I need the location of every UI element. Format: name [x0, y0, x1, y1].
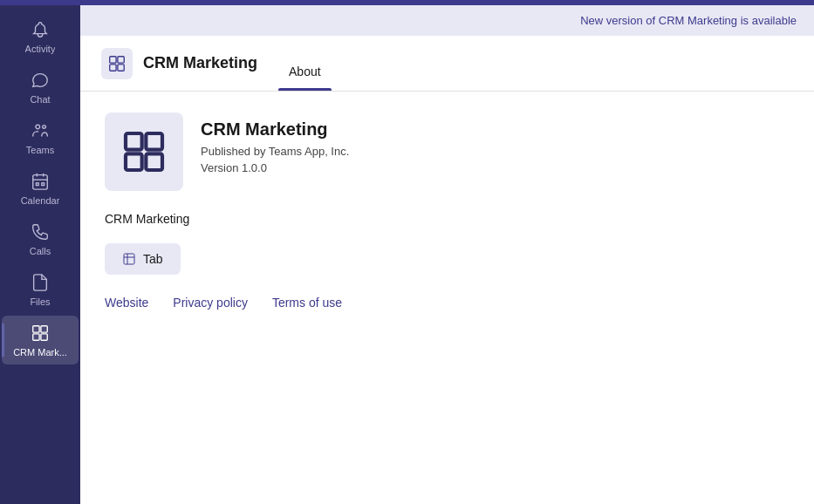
svg-rect-14 [110, 64, 116, 70]
sidebar-item-files[interactable]: Files [2, 265, 79, 314]
svg-point-1 [43, 126, 46, 129]
app-info-publisher: Published by Teams App, Inc. [201, 145, 349, 158]
bell-icon [30, 19, 51, 40]
svg-rect-15 [118, 64, 124, 70]
svg-rect-18 [126, 153, 142, 170]
sidebar-item-calls[interactable]: Calls [2, 215, 79, 263]
sidebar-item-activity-label: Activity [25, 44, 56, 54]
svg-rect-13 [118, 56, 124, 62]
sidebar-item-activity[interactable]: Activity [2, 12, 79, 61]
svg-rect-7 [42, 183, 44, 186]
app-logo-icon [120, 127, 168, 176]
content-area: CRM Marketing Published by Teams App, In… [80, 92, 814, 504]
terms-of-use-link[interactable]: Terms of use [272, 296, 342, 310]
sidebar-item-chat[interactable]: Chat [2, 63, 79, 112]
sidebar-item-crm-label: CRM Mark... [13, 347, 67, 358]
privacy-policy-link[interactable]: Privacy policy [173, 296, 248, 310]
sidebar: Activity Chat Teams Calenda [0, 5, 80, 504]
website-link[interactable]: Website [105, 296, 148, 310]
app-header-icon-container [101, 48, 133, 79]
teams-icon [30, 120, 51, 141]
svg-rect-6 [36, 183, 38, 186]
svg-rect-10 [33, 334, 39, 340]
main-content: New version of CRM Marketing is availabl… [80, 5, 814, 504]
tab-capability-icon [122, 252, 136, 266]
app-header: CRM Marketing About [80, 36, 814, 92]
calendar-icon [30, 171, 51, 192]
chat-icon [30, 70, 51, 91]
sidebar-item-crm-marketing[interactable]: CRM Mark... [2, 316, 79, 364]
sidebar-item-teams-label: Teams [26, 145, 54, 155]
app-container: Activity Chat Teams Calenda [0, 5, 814, 504]
app-info-title: CRM Marketing [201, 119, 349, 140]
app-header-title: CRM Marketing [143, 54, 257, 72]
app-header-icon [107, 54, 127, 73]
capability-tab-button[interactable]: Tab [105, 243, 181, 275]
crm-app-icon [30, 323, 51, 344]
svg-rect-17 [146, 133, 162, 150]
svg-rect-19 [146, 153, 162, 170]
sidebar-item-calendar-label: Calendar [21, 195, 60, 206]
notification-text: New version of CRM Marketing is availabl… [580, 14, 797, 27]
svg-rect-12 [110, 56, 116, 62]
svg-rect-11 [41, 334, 47, 340]
file-icon [30, 272, 51, 293]
sidebar-item-chat-label: Chat [30, 94, 50, 105]
sidebar-item-calendar[interactable]: Calendar [2, 164, 79, 213]
svg-point-0 [36, 125, 40, 129]
app-info-version: Version 1.0.0 [201, 161, 349, 174]
capability-tab-label: Tab [143, 252, 163, 266]
sidebar-item-calls-label: Calls [30, 246, 51, 256]
app-description: CRM Marketing [105, 212, 790, 226]
app-links: Website Privacy policy Terms of use [105, 296, 790, 310]
app-detail: CRM Marketing Published by Teams App, In… [105, 112, 790, 191]
app-logo [105, 112, 183, 191]
sidebar-item-teams[interactable]: Teams [2, 113, 79, 162]
phone-icon [30, 221, 51, 242]
svg-rect-9 [41, 326, 47, 332]
app-info: CRM Marketing Published by Teams App, In… [201, 112, 349, 174]
tab-about[interactable]: About [278, 65, 332, 91]
sidebar-item-files-label: Files [30, 296, 50, 307]
svg-rect-2 [33, 175, 48, 190]
header-tabs: About [278, 36, 332, 91]
notification-bar: New version of CRM Marketing is availabl… [80, 5, 814, 36]
svg-rect-8 [33, 326, 39, 332]
svg-rect-16 [126, 133, 142, 150]
